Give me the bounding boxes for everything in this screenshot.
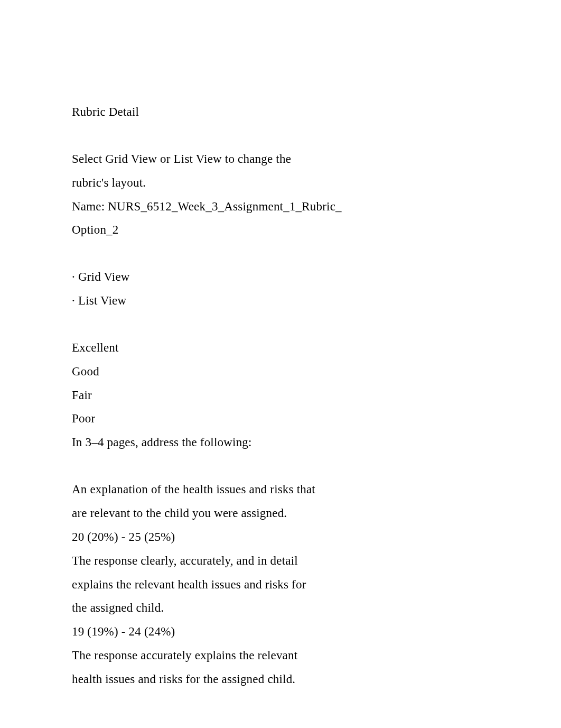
level-poor: Poor	[72, 407, 489, 431]
excellent-description: the assigned child.	[72, 596, 489, 620]
grid-view-item: · Grid View	[72, 265, 489, 289]
criterion-description: are relevant to the child you were assig…	[72, 502, 489, 526]
intro-line: rubric's layout.	[72, 171, 489, 195]
intro-line: Select Grid View or List View to change …	[72, 148, 489, 171]
excellent-description: The response clearly, accurately, and in…	[72, 549, 489, 573]
good-points: 19 (19%) - 24 (24%)	[72, 620, 489, 644]
views-block: · Grid View · List View	[72, 265, 489, 313]
rubric-detail-heading: Rubric Detail	[72, 100, 489, 124]
document-page: Rubric Detail Select Grid View or List V…	[0, 0, 561, 728]
level-fair: Fair	[72, 384, 489, 408]
level-excellent: Excellent	[72, 336, 489, 360]
good-description: The response accurately explains the rel…	[72, 644, 489, 668]
list-view-item: · List View	[72, 289, 489, 313]
heading-block: Rubric Detail	[72, 100, 489, 124]
criterion-block: An explanation of the health issues and …	[72, 478, 489, 692]
good-description: health issues and risks for the assigned…	[72, 668, 489, 692]
excellent-description: explains the relevant health issues and …	[72, 573, 489, 597]
intro-block: Select Grid View or List View to change …	[72, 148, 489, 242]
levels-block: Excellent Good Fair Poor In 3–4 pages, a…	[72, 336, 489, 455]
rubric-name-line: Name: NURS_6512_Week_3_Assignment_1_Rubr…	[72, 195, 489, 219]
rubric-name-line: Option_2	[72, 218, 489, 242]
criterion-description: An explanation of the health issues and …	[72, 478, 489, 502]
instructions-line: In 3–4 pages, address the following:	[72, 431, 489, 455]
level-good: Good	[72, 360, 489, 384]
excellent-points: 20 (20%) - 25 (25%)	[72, 526, 489, 549]
